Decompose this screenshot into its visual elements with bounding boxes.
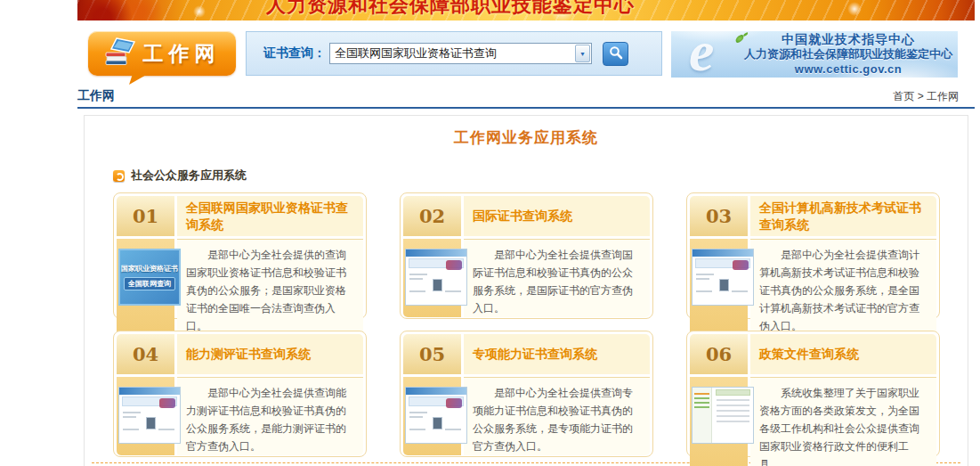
card-title-link[interactable]: 政策文件查询系统 (759, 346, 859, 362)
thumb-text-line (123, 412, 141, 413)
card-description-cell: 是部中心为全社会提供查询国际证书信息和校验证书真伪的公众服务系统，是国际证书的官… (464, 239, 650, 317)
thumb-certificate-image (446, 260, 462, 270)
system-card: 06 政策文件查询系统 系统收集整理了关于国家职业资格方面的各类政策发文，为全国… (686, 331, 940, 457)
thumb-text-line (409, 274, 427, 275)
thumb-text-line (732, 290, 748, 292)
card-description: 是部中心为全社会提供查询国际证书信息和校验证书真伪的公众服务系统，是国际证书的官… (473, 246, 641, 317)
thumb-text-line (123, 429, 139, 430)
system-card: 02 国际证书查询系统 是部中心为全社会提供查询国际证书信息和校验证书真伪的公众… (400, 192, 653, 319)
card-description-cell: 是部中心为全社会提供查询计算机高新技术考试证书信息和校验证书真伪的公众服务系统，… (750, 239, 936, 335)
thumb-table-body (713, 388, 753, 428)
breadcrumb: 工作网 首页 > 工作网 (77, 83, 975, 109)
thumb-text-line (409, 429, 425, 430)
page-title: 工作网业务应用系统 (85, 127, 968, 148)
sparkle-decoration (193, 5, 206, 18)
card-description-cell: 是部中心为全社会提供查询能力测评证书信息和校验证书真伪的公众服务系统，是能力测评… (177, 377, 363, 455)
thumb-text-line (409, 290, 425, 292)
thumb-text-line (445, 290, 461, 292)
chevron-down-icon[interactable]: ▼ (575, 45, 590, 62)
thumb-photo (433, 279, 442, 291)
thumb-certificate-image (733, 260, 749, 270)
thumb-header-bar (406, 249, 466, 257)
card-title-cell: 全国计算机高新技术考试证书查询系统 (750, 196, 936, 236)
search-label: 证书查询： (263, 45, 326, 61)
card-description: 是部中心为全社会提供的查询国家职业资格证书信息和校验证书真伪的公众服务；是国家职… (186, 246, 354, 335)
thumb-badge-line2: 全国联网查询 (124, 277, 175, 290)
site-logo-label: 工作网 (143, 40, 221, 68)
thumb-text-line (409, 416, 423, 418)
certificate-search-bar: 证书查询： 全国联网国家职业资格证书查询 ▼ (246, 31, 662, 76)
org-website: www.cettic.gov.cn (742, 62, 954, 78)
thumb-header-bar (119, 388, 180, 395)
search-icon (609, 45, 623, 62)
thumb-text-line (696, 278, 709, 280)
card-title-link[interactable]: 国际证书查询系统 (473, 208, 572, 224)
system-card: 04 能力测评证书查询系统 是部中心为全社会提供查询能力测评证书信息和校验证书真… (113, 331, 367, 457)
card-description-cell: 是部中心为全社会提供的查询国家职业资格证书信息和校验证书真伪的公众服务；是国家职… (177, 239, 363, 335)
thumb-header-bar (692, 249, 753, 257)
card-title-link[interactable]: 专项能力证书查询系统 (473, 346, 597, 362)
card-title-cell: 政策文件查询系统 (750, 334, 936, 374)
org-name-line2: 人力资源和社会保障部职业技能鉴定中心 (742, 47, 954, 62)
org-logo: e 中国就业技术指导中心 人力资源和社会保障部职业技能鉴定中心 www.cett… (671, 31, 958, 78)
card-number: 01 (117, 196, 174, 236)
header: 工作网 证书查询： 全国联网国家职业资格证书查询 ▼ e 中国就业技 (77, 20, 975, 83)
table-screenshot-thumbnail[interactable] (692, 387, 754, 444)
webpage-screenshot-thumbnail[interactable] (405, 387, 467, 444)
webpage-screenshot-thumbnail[interactable] (692, 249, 754, 306)
webpage-screenshot-thumbnail[interactable] (405, 249, 467, 306)
card-title-link[interactable]: 能力测评证书查询系统 (186, 346, 311, 362)
thumb-header-bar (406, 388, 466, 395)
card-title-cell: 国际证书查询系统 (464, 196, 650, 236)
card-number: 05 (403, 334, 461, 374)
thumb-text-line (409, 412, 427, 413)
sparkle-decoration (847, 2, 862, 16)
site-logo[interactable]: 工作网 (88, 31, 236, 76)
thumb-text-line (409, 278, 423, 280)
thumb-text-line (696, 274, 714, 275)
card-title-link[interactable]: 全国联网国家职业资格证书查询系统 (186, 200, 354, 232)
e-globe-icon: e (689, 31, 714, 78)
search-button[interactable] (603, 42, 628, 66)
thumb-text-line (158, 429, 174, 430)
card-title-cell: 全国联网国家职业资格证书查询系统 (177, 196, 363, 236)
thumb-certificate-image (159, 398, 175, 408)
card-number: 02 (403, 196, 461, 236)
card-number: 06 (690, 334, 748, 374)
webpage-screenshot-thumbnail[interactable] (118, 387, 181, 444)
org-name-line1: 中国就业技术指导中心 (742, 31, 954, 47)
breadcrumb-home-link[interactable]: 首页 (893, 90, 914, 102)
thumb-text-line (696, 290, 712, 292)
thumb-photo (146, 417, 156, 429)
card-description-cell: 是部中心为全社会提供查询专项能力证书信息和校验证书真伪的公众服务系统，是专项能力… (464, 377, 650, 455)
current-section-title: 工作网 (77, 88, 115, 104)
section-header-public-services: 社会公众服务应用系统 (113, 168, 968, 184)
thumb-photo (719, 279, 729, 291)
thumb-text-line (445, 429, 461, 430)
card-number: 04 (117, 334, 174, 374)
breadcrumb-current: 工作网 (927, 90, 959, 102)
select-selected-value: 全国联网国家职业资格证书查询 (335, 45, 497, 61)
systems-card-grid: 01 全国联网国家职业资格证书查询系统 是部中心为全社会提供的查询国家职业资格证… (113, 192, 968, 457)
section-label: 社会公众服务应用系统 (131, 168, 247, 184)
thumb-photo (433, 417, 442, 429)
banner-title: 人力资源和社会保障部职业技能鉴定中心 (266, 0, 635, 19)
thumb-text-line (123, 416, 136, 418)
card-number: 03 (690, 196, 748, 236)
certificate-type-select[interactable]: 全国联网国家职业资格证书查询 ▼ (329, 43, 592, 64)
org-text: 中国就业技术指导中心 人力资源和社会保障部职业技能鉴定中心 www.cettic… (742, 31, 954, 78)
thumb-sidebar (692, 388, 712, 443)
certificate-badge-thumbnail[interactable]: 国家职业资格证书 全国联网查询 (118, 249, 181, 306)
card-description-cell: 系统收集整理了关于国家职业资格方面的各类政策发文，为全国各级工作机构和社会公众提… (750, 377, 936, 466)
breadcrumb-trail: 首页 > 工作网 (893, 89, 959, 104)
thumb-certificate-image (446, 398, 462, 408)
books-laptop-icon (104, 37, 136, 69)
orange-arrow-bullet-icon (113, 170, 125, 182)
system-card: 05 专项能力证书查询系统 是部中心为全社会提供查询专项能力证书信息和校验证书真… (400, 331, 653, 457)
card-description: 系统收集整理了关于国家职业资格方面的各类政策发文，为全国各级工作机构和社会公众提… (759, 384, 927, 466)
card-title-link[interactable]: 全国计算机高新技术考试证书查询系统 (759, 200, 927, 232)
card-description: 是部中心为全社会提供查询能力测评证书信息和校验证书真伪的公众服务系统，是能力测评… (186, 384, 354, 455)
system-card: 01 全国联网国家职业资格证书查询系统 是部中心为全社会提供的查询国家职业资格证… (113, 192, 367, 319)
main-content: 工作网业务应用系统 社会公众服务应用系统 01 全国联网国家职业资格证书查询系统… (84, 115, 968, 466)
card-description: 是部中心为全社会提供查询专项能力证书信息和校验证书真伪的公众服务系统，是专项能力… (473, 384, 641, 455)
